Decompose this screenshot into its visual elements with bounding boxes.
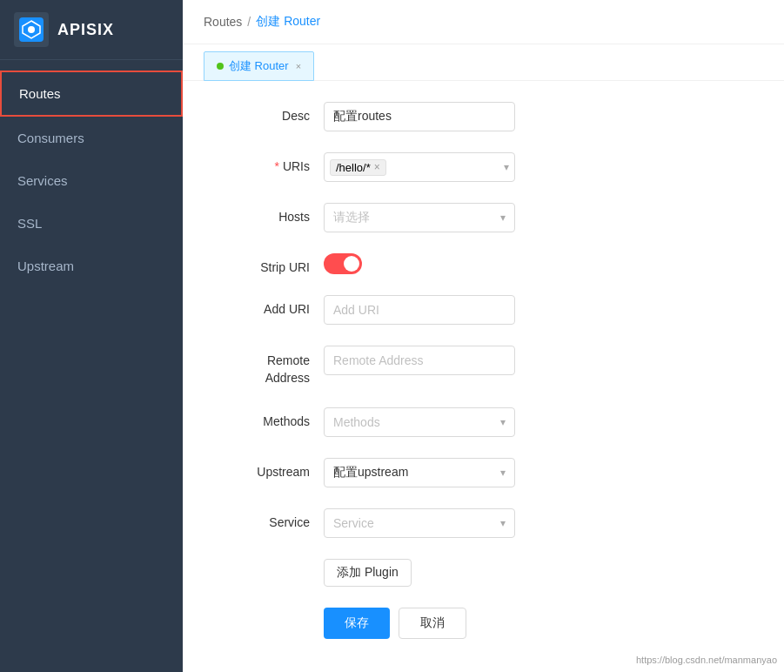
sidebar-item-routes-label: Routes — [19, 86, 61, 101]
hosts-placeholder: 请选择 — [333, 210, 500, 225]
logo-icon — [14, 12, 49, 47]
service-select[interactable]: Service ▾ — [324, 508, 515, 538]
hosts-control: 请选择 ▾ — [324, 203, 515, 232]
methods-label: Methods — [211, 407, 324, 428]
service-control: Service ▾ — [324, 508, 515, 538]
uri-tag-close[interactable]: × — [374, 161, 380, 173]
sidebar-item-routes[interactable]: Routes — [0, 71, 183, 117]
sidebar-item-upstream-label: Upstream — [17, 259, 74, 273]
service-label: Service — [211, 508, 324, 529]
remote-address-label: Remote Address — [211, 346, 324, 386]
uris-label: URIs — [211, 152, 324, 173]
hosts-row: Hosts 请选择 ▾ — [211, 203, 756, 232]
add-plugin-button[interactable]: 添加 Plugin — [324, 559, 412, 587]
uris-dropdown-arrow[interactable]: ▾ — [499, 161, 509, 173]
upstream-row: Upstream 配置upstream ▾ — [211, 458, 756, 487]
upstream-label: Upstream — [211, 458, 324, 479]
methods-row: Methods Methods ▾ — [211, 407, 756, 437]
add-uri-control — [324, 295, 515, 325]
sidebar-item-consumers-label: Consumers — [17, 131, 84, 145]
tab-label: 创建 Router — [229, 58, 289, 74]
strip-uri-control — [324, 253, 515, 274]
desc-label: Desc — [211, 102, 324, 123]
methods-control: Methods ▾ — [324, 407, 515, 437]
sidebar-nav: Routes Consumers Services SSL Upstream — [0, 60, 183, 672]
add-uri-label: Add URI — [211, 295, 324, 316]
breadcrumb-current[interactable]: 创建 Router — [256, 14, 320, 30]
remote-address-control — [324, 346, 515, 375]
uris-row: URIs /hello/* × ▾ — [211, 152, 756, 182]
strip-uri-label: Strip URI — [211, 253, 324, 274]
save-button[interactable]: 保存 — [324, 608, 390, 639]
tab-create-router[interactable]: 创建 Router × — [204, 51, 314, 81]
uri-tag-value: /hello/* — [336, 161, 371, 174]
upstream-value: 配置upstream — [333, 465, 500, 480]
sidebar-item-services-label: Services — [17, 173, 68, 188]
add-plugin-spacer — [211, 559, 324, 566]
add-plugin-control: 添加 Plugin — [324, 559, 515, 587]
methods-dropdown-arrow: ▾ — [500, 416, 506, 428]
remote-address-label-line2: Address — [211, 370, 310, 387]
methods-placeholder: Methods — [333, 415, 500, 429]
sidebar-item-ssl[interactable]: SSL — [0, 202, 183, 245]
service-row: Service Service ▾ — [211, 508, 756, 538]
tab-close-icon[interactable]: × — [296, 61, 301, 71]
breadcrumb-root[interactable]: Routes — [204, 15, 242, 29]
uri-tag: /hello/* × — [330, 159, 386, 176]
hosts-dropdown-arrow: ▾ — [500, 212, 506, 224]
add-plugin-row: 添加 Plugin — [211, 559, 756, 587]
uris-tag-input[interactable]: /hello/* × ▾ — [324, 152, 515, 182]
cancel-button[interactable]: 取消 — [399, 608, 466, 639]
svg-point-2 — [28, 26, 35, 33]
upstream-control: 配置upstream ▾ — [324, 458, 515, 487]
uris-control: /hello/* × ▾ — [324, 152, 515, 182]
upstream-select[interactable]: 配置upstream ▾ — [324, 458, 515, 487]
add-uri-input[interactable] — [324, 295, 515, 325]
strip-uri-row: Strip URI — [211, 253, 756, 274]
service-dropdown-arrow: ▾ — [500, 517, 506, 529]
remote-address-input[interactable] — [324, 346, 515, 375]
sidebar-logo: APISIX — [0, 0, 183, 60]
strip-uri-toggle[interactable] — [324, 253, 362, 274]
upstream-dropdown-arrow: ▾ — [500, 467, 506, 479]
methods-select[interactable]: Methods ▾ — [324, 407, 515, 437]
add-uri-row: Add URI — [211, 295, 756, 325]
hosts-select[interactable]: 请选择 ▾ — [324, 203, 515, 232]
sidebar-item-ssl-label: SSL — [17, 216, 42, 231]
app-title: APISIX — [57, 21, 114, 39]
hosts-label: Hosts — [211, 203, 324, 224]
tab-status-dot — [217, 63, 224, 70]
form-actions: 保存 取消 — [324, 608, 756, 639]
sidebar: APISIX Routes Consumers Services SSL Ups… — [0, 0, 183, 672]
desc-control — [324, 102, 515, 131]
sidebar-item-services[interactable]: Services — [0, 159, 183, 202]
desc-row: Desc — [211, 102, 756, 131]
service-placeholder: Service — [333, 516, 500, 530]
sidebar-item-consumers[interactable]: Consumers — [0, 117, 183, 159]
remote-address-label-line1: Remote — [211, 353, 310, 370]
tab-bar: 创建 Router × — [183, 44, 784, 81]
breadcrumb-separator: / — [247, 15, 251, 29]
breadcrumb: Routes / 创建 Router — [183, 0, 784, 44]
form-area: Desc URIs /hello/* × ▾ Hosts — [183, 81, 784, 672]
sidebar-item-upstream[interactable]: Upstream — [0, 245, 183, 287]
remote-address-row: Remote Address — [211, 346, 756, 386]
toggle-slider — [324, 253, 362, 274]
desc-input[interactable] — [324, 102, 515, 131]
main-content: Routes / 创建 Router 创建 Router × Desc URIs… — [183, 0, 784, 672]
